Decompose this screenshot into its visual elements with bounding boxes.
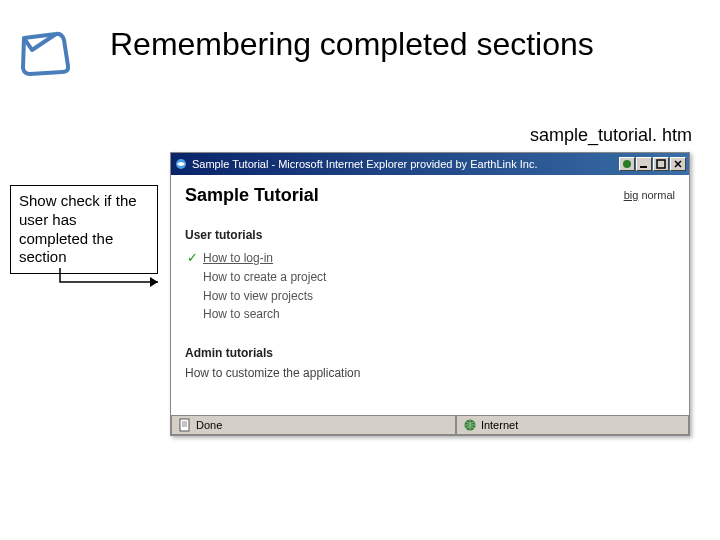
status-left-text: Done	[196, 419, 222, 431]
slide-decoration-icon	[18, 28, 78, 78]
filename-label: sample_tutorial. htm	[530, 125, 692, 146]
status-right-text: Internet	[481, 419, 518, 431]
admin-tutorials-heading: Admin tutorials	[185, 346, 675, 360]
list-item: How to search	[187, 305, 675, 324]
minimize-button[interactable]	[636, 157, 652, 171]
check-icon: ✓	[187, 248, 203, 268]
user-tutorials-list: ✓How to log-inHow to create a projectHow…	[187, 248, 675, 324]
close-button[interactable]	[670, 157, 686, 171]
zoom-controls: big normal	[624, 189, 675, 201]
ie-icon	[174, 157, 188, 171]
titlebar: Sample Tutorial - Microsoft Internet Exp…	[171, 153, 689, 175]
svg-rect-3	[657, 160, 665, 168]
zoom-normal-link[interactable]: normal	[641, 189, 675, 201]
slide-title: Remembering completed sections	[110, 26, 670, 63]
list-item: ✓How to log-in	[187, 248, 675, 268]
zoom-big-link[interactable]: big	[624, 189, 639, 201]
user-tutorials-heading: User tutorials	[185, 228, 675, 242]
tutorial-link[interactable]: How to log-in	[203, 249, 273, 268]
tutorial-link[interactable]: How to view projects	[203, 287, 313, 306]
callout-arrow-icon	[50, 266, 170, 296]
page-title: Sample Tutorial	[185, 185, 675, 206]
maximize-button[interactable]	[653, 157, 669, 171]
svg-rect-4	[180, 419, 189, 431]
svg-rect-2	[640, 166, 647, 168]
titlebar-text: Sample Tutorial - Microsoft Internet Exp…	[192, 158, 619, 170]
page-content: Sample Tutorial big normal User tutorial…	[171, 175, 689, 415]
svg-point-1	[623, 160, 631, 168]
callout-box: Show check if the user has completed the…	[10, 185, 158, 274]
callout-text: Show check if the user has completed the…	[19, 192, 137, 265]
status-right: Internet	[456, 416, 689, 435]
list-item: How to create a project	[187, 268, 675, 287]
admin-line: How to customize the application	[185, 366, 675, 380]
window-controls	[619, 157, 686, 171]
zone-icon	[463, 418, 477, 432]
tutorial-link[interactable]: How to search	[203, 305, 280, 324]
list-item: How to view projects	[187, 287, 675, 306]
page-icon	[178, 418, 192, 432]
statusbar: Done Internet	[171, 415, 689, 435]
tutorial-link[interactable]: How to create a project	[203, 268, 326, 287]
earthlink-button[interactable]	[619, 157, 635, 171]
browser-window: Sample Tutorial - Microsoft Internet Exp…	[170, 152, 690, 436]
status-left: Done	[171, 416, 456, 435]
